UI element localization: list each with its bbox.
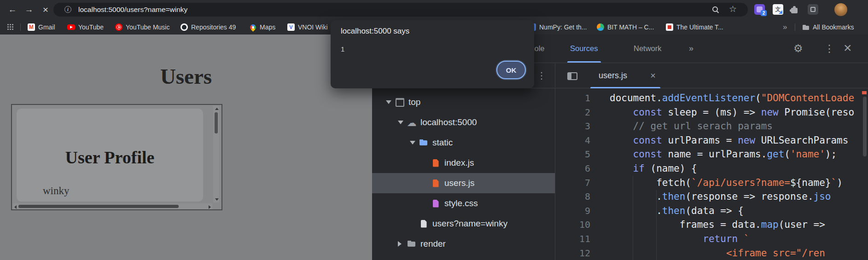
expander-spacer xyxy=(422,158,431,168)
bookmark-github[interactable]: Repositories 49 xyxy=(181,22,236,33)
file-tree-item[interactable]: top xyxy=(372,92,555,112)
code-line: <iframe src="/ren xyxy=(610,246,854,260)
code-editor: 123456789101112 document.addEventListene… xyxy=(555,88,868,260)
code-token xyxy=(738,233,744,244)
bookmark-ultimate[interactable]: The Ultimate T... xyxy=(666,22,723,33)
file-tab-users-js[interactable]: users.js xyxy=(588,63,662,88)
bookmark-vnoi[interactable]: VNOI Wiki xyxy=(287,22,328,33)
code-token: ( xyxy=(784,149,790,160)
file-name: static xyxy=(432,138,453,148)
code-content[interactable]: document.addEventListener("DOMContentLoa… xyxy=(610,91,854,260)
bookmark-star-icon[interactable] xyxy=(729,4,737,14)
bookmark-label: BIT MATH – C... xyxy=(607,23,654,31)
code-line: if (name) { xyxy=(610,162,854,176)
stop-icon[interactable] xyxy=(40,4,52,16)
address-bar[interactable]: localhost:5000/users?name=winky xyxy=(53,3,748,17)
expander-open-icon[interactable] xyxy=(386,98,395,107)
code-token: ( xyxy=(755,92,761,104)
horizontal-scroll-thumb[interactable] xyxy=(18,205,179,208)
bookmark-maps[interactable]: Maps xyxy=(250,22,275,33)
expander-closed-icon[interactable] xyxy=(398,239,407,248)
scroll-left-icon[interactable] xyxy=(14,205,17,209)
code-token: const xyxy=(633,135,662,146)
profile-card: User Profile winky xyxy=(17,109,203,202)
code-token: . xyxy=(610,191,662,202)
bookmark-youtube[interactable]: YouTube xyxy=(67,22,104,33)
scroll-down-icon[interactable] xyxy=(215,198,219,201)
code-token: return xyxy=(703,233,738,244)
expander-open-icon[interactable] xyxy=(398,118,407,127)
settings-gear-icon[interactable] xyxy=(793,35,803,63)
vertical-scroll-thumb[interactable] xyxy=(215,112,218,133)
file-tab-close-icon[interactable] xyxy=(650,69,656,81)
alert-ok-button[interactable]: OK xyxy=(496,61,526,79)
devtools-close-icon[interactable] xyxy=(844,35,852,61)
extensions-puzzle-icon[interactable] xyxy=(789,4,800,15)
expander-spacer xyxy=(410,219,419,228)
code-token: ); xyxy=(825,149,837,160)
devtools-menu-icon[interactable] xyxy=(824,35,834,63)
url-text[interactable]: localhost:5000/users?name=winky xyxy=(78,3,187,17)
translate-extension-icon[interactable] xyxy=(773,4,783,15)
file-tree-item[interactable]: users.js xyxy=(372,173,555,193)
apps-grid-icon[interactable] xyxy=(7,24,13,30)
cloud-icon xyxy=(407,117,416,127)
indent-guide xyxy=(633,176,633,260)
more-panels-chevron[interactable]: » xyxy=(689,35,693,63)
devtools-tab-network[interactable]: Network xyxy=(628,35,667,63)
code-line: // get url serach params xyxy=(610,119,854,133)
profile-frame: User Profile winky xyxy=(11,104,222,210)
back-icon[interactable] xyxy=(6,4,18,16)
code-token: (user => xyxy=(779,219,825,230)
extension-tool-icon[interactable] xyxy=(808,4,818,15)
users-heading: Users xyxy=(0,64,372,89)
code-token: const xyxy=(633,107,662,118)
profile-avatar[interactable] xyxy=(834,3,847,16)
code-token: ` xyxy=(831,177,837,188)
code-token: sleep = (ms) => xyxy=(662,107,761,118)
line-number: 5 xyxy=(555,147,590,162)
horizontal-scrollbar[interactable] xyxy=(13,203,212,209)
code-token: ${name} xyxy=(790,177,831,188)
line-number: 3 xyxy=(555,119,590,133)
code-line: return ` xyxy=(610,232,854,246)
code-line: fetch(`/api/users?name=${name}`) xyxy=(610,176,854,190)
editor-scrollbar[interactable] xyxy=(863,97,867,156)
bookmark-ytmusic[interactable]: YouTube Music xyxy=(115,22,169,33)
code-token: document. xyxy=(610,92,662,104)
file-tree-item[interactable]: users?name=winky xyxy=(372,214,555,234)
file-tree-item[interactable]: render xyxy=(372,234,555,254)
bookmark-bitmath[interactable]: BIT MATH – C... xyxy=(597,22,654,33)
all-bookmarks-button[interactable]: All Bookmarks xyxy=(802,22,854,33)
code-token: 'name' xyxy=(790,149,825,160)
code-token: . xyxy=(610,205,662,216)
site-info-icon[interactable] xyxy=(64,6,71,13)
vnoi-favicon xyxy=(287,23,295,31)
file-tree-item[interactable]: localhost:5000 xyxy=(372,112,555,133)
forward-icon[interactable] xyxy=(23,4,35,16)
code-line: .then(response => response.jso xyxy=(610,190,854,204)
scroll-right-icon[interactable] xyxy=(209,205,211,209)
zoom-icon[interactable] xyxy=(712,6,719,13)
code-token: addEventListener xyxy=(662,92,755,104)
code-line: frames = data.map(user => xyxy=(610,218,854,232)
hide-navigator-icon[interactable] xyxy=(567,72,577,80)
bookmark-gmail[interactable]: Gmail xyxy=(28,22,55,33)
bookmark-label: Maps xyxy=(260,23,275,31)
alert-message: 1 xyxy=(341,45,344,53)
bookmark-numpy[interactable]: NumPy: Get th... xyxy=(529,22,587,33)
code-token xyxy=(610,135,633,146)
line-number: 12 xyxy=(555,246,590,260)
vertical-scrollbar[interactable] xyxy=(213,106,219,202)
expander-open-icon[interactable] xyxy=(410,138,419,147)
bookmarks-overflow-chevron[interactable]: » xyxy=(783,22,787,33)
file-tree-item[interactable]: style.css xyxy=(372,193,555,214)
file-tree-item[interactable]: index.js xyxy=(372,153,555,173)
file-tree-item[interactable]: static xyxy=(372,133,555,153)
line-number: 10 xyxy=(555,218,590,232)
devtools-tab-sources[interactable]: Sources xyxy=(565,35,604,63)
scrollbar-error-marker xyxy=(862,91,867,94)
code-token xyxy=(610,248,726,259)
scroll-up-icon[interactable] xyxy=(215,108,219,110)
code-line: const urlParams = new URLSearchParams xyxy=(610,133,854,148)
